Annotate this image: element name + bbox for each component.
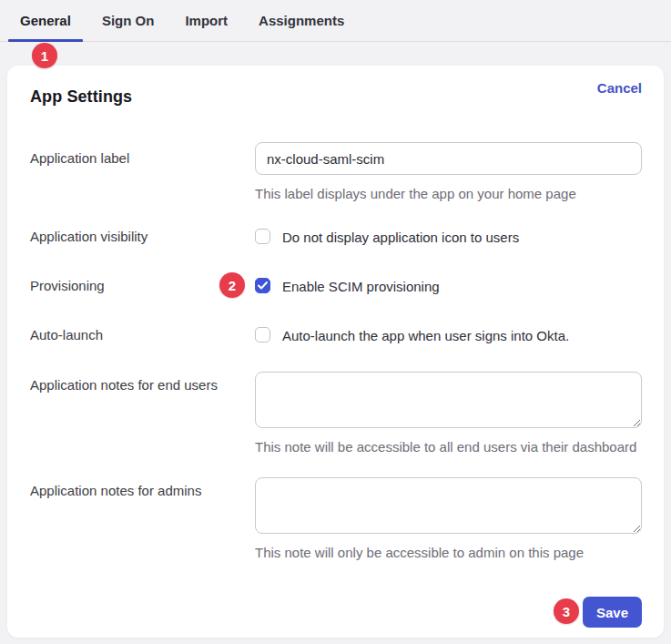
- tab-sign-on[interactable]: Sign On: [90, 0, 167, 41]
- application-visibility-checkbox[interactable]: [255, 229, 270, 244]
- notes-end-users-label: Application notes for end users: [30, 372, 255, 393]
- auto-launch-field-col: Auto-launch the app when user signs into…: [255, 327, 642, 343]
- provisioning-checkbox[interactable]: [255, 278, 270, 293]
- auto-launch-checkbox[interactable]: [255, 327, 270, 342]
- application-visibility-field-col: Do not display application icon to users: [255, 229, 642, 245]
- application-label-input[interactable]: [255, 142, 642, 175]
- page: General Sign On Import Assignments 1 2 3…: [0, 0, 671, 644]
- cancel-link[interactable]: Cancel: [597, 80, 642, 96]
- step-badge-1: 1: [32, 43, 57, 68]
- tab-assignments[interactable]: Assignments: [247, 0, 356, 41]
- tab-bar: General Sign On Import Assignments: [0, 0, 671, 42]
- notes-end-users-field-col: This note will be accessible to all end …: [255, 372, 642, 455]
- row-auto-launch: Auto-launch Auto-launch the app when use…: [7, 327, 664, 343]
- save-button[interactable]: Save: [583, 597, 642, 628]
- tab-general-label: General: [20, 13, 71, 28]
- notes-end-users-hint: This note will be accessible to all end …: [255, 439, 642, 455]
- tab-sign-on-label: Sign On: [102, 13, 155, 28]
- step-badge-3: 3: [554, 598, 579, 624]
- application-label-hint: This label displays under the app on you…: [255, 186, 642, 202]
- provisioning-field-col: Enable SCIM provisioning: [255, 278, 642, 294]
- notes-admins-hint: This note will only be accessible to adm…: [255, 545, 642, 561]
- application-visibility-checkbox-label[interactable]: Do not display application icon to users: [282, 229, 519, 245]
- page-title: App Settings: [30, 87, 132, 107]
- step-badge-2: 2: [219, 272, 245, 298]
- notes-admins-textarea[interactable]: [255, 477, 642, 534]
- app-settings-card: App Settings Cancel Application label Th…: [7, 66, 664, 638]
- notes-admins-label: Application notes for admins: [30, 477, 255, 498]
- checkmark-icon: [258, 281, 268, 290]
- application-label-field-col: This label displays under the app on you…: [255, 142, 642, 202]
- row-application-visibility: Application visibility Do not display ap…: [7, 229, 664, 245]
- tab-assignments-label: Assignments: [259, 13, 344, 28]
- card-header: App Settings Cancel: [7, 66, 664, 107]
- auto-launch-label: Auto-launch: [30, 327, 255, 342]
- tab-general[interactable]: General: [8, 0, 83, 41]
- row-notes-end-users: Application notes for end users This not…: [7, 372, 664, 455]
- notes-admins-field-col: This note will only be accessible to adm…: [255, 477, 642, 561]
- provisioning-checkbox-label[interactable]: Enable SCIM provisioning: [282, 278, 440, 294]
- tab-import[interactable]: Import: [173, 0, 239, 41]
- tab-import-label: Import: [185, 13, 228, 28]
- application-visibility-label: Application visibility: [30, 229, 255, 244]
- row-provisioning: Provisioning Enable SCIM provisioning: [7, 278, 664, 294]
- notes-end-users-textarea[interactable]: [255, 372, 642, 428]
- row-notes-admins: Application notes for admins This note w…: [7, 477, 664, 561]
- row-application-label: Application label This label displays un…: [7, 142, 664, 202]
- auto-launch-checkbox-label[interactable]: Auto-launch the app when user signs into…: [282, 327, 569, 343]
- application-label-label: Application label: [30, 142, 255, 166]
